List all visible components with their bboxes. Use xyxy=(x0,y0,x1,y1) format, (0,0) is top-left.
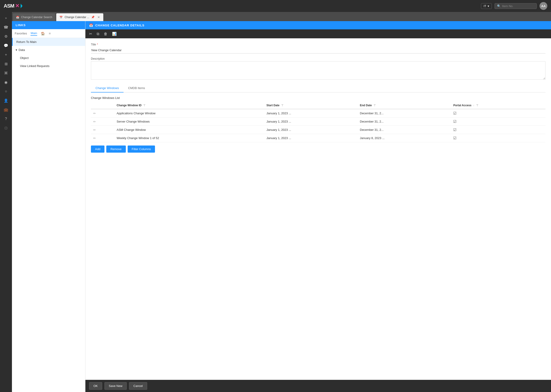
main-layout: LINKS Favorites Main 🏠 ✳ Return To Main … xyxy=(12,21,551,392)
checkbox-checked-icon[interactable]: ☑ xyxy=(453,119,456,124)
sidebar-gear-icon[interactable]: ⚙ xyxy=(2,32,10,40)
col-edit xyxy=(91,102,114,109)
logo-asm: ASM xyxy=(4,3,14,9)
search-icon: 🔍 xyxy=(497,4,501,8)
chevron-down-icon: ▾ xyxy=(488,4,489,8)
sidebar-expand-icon[interactable]: » xyxy=(2,14,10,22)
col-portal-access: Portal Access ↑ ⊤ xyxy=(451,102,545,109)
description-textarea[interactable] xyxy=(91,61,545,80)
toolbar-delete-icon[interactable]: 🗑 xyxy=(103,31,108,37)
sidebar-search-icon[interactable]: ○ xyxy=(2,87,10,96)
section-tab-change-windows[interactable]: Change Windows xyxy=(91,84,124,92)
links-nav-view-linked-requests[interactable]: View Linked Requests xyxy=(12,62,85,70)
sidebar-briefcase-icon[interactable]: 💼 xyxy=(2,105,10,114)
top-navigation: ASM ✕ IT ▾ 🔍 AA xyxy=(0,0,551,12)
tab-icon: 📅 xyxy=(16,16,19,19)
col-end-date: End Date ⊤ xyxy=(358,102,451,109)
logo-arrow-icon xyxy=(21,4,22,8)
section-tab-cmdb-items[interactable]: CMDB Items xyxy=(124,84,150,92)
links-nav-return-to-main[interactable]: Return To Main xyxy=(12,38,85,46)
filter-columns-button[interactable]: Filter Columns xyxy=(128,146,155,153)
tab-change-calendar-detail[interactable]: 📅 Change Calendar ... 📌 ✕ xyxy=(56,13,103,21)
sidebar-help-icon[interactable]: ? xyxy=(2,115,10,123)
sort-icon[interactable]: ↑ xyxy=(473,104,474,107)
links-tabs: Favorites Main 🏠 ✳ xyxy=(12,29,85,38)
title-input[interactable] xyxy=(91,47,545,54)
left-sidebar: » ☎ ⚙ 💬 ＋ ⊞ ⌘ ◉ ○ 👤 💼 ? □ xyxy=(0,12,12,392)
edit-icon[interactable]: ✏ xyxy=(93,112,96,115)
cell-portal-access: ☑ xyxy=(451,118,545,126)
links-tab-favorites[interactable]: Favorites xyxy=(15,31,27,35)
description-field: Description xyxy=(91,57,545,80)
edit-icon[interactable]: ✏ xyxy=(93,128,96,132)
cell-portal-access: ☑ xyxy=(451,134,545,142)
col-change-window-id: Change Window ID ⊤ xyxy=(114,102,264,109)
filter-icon[interactable]: ⊤ xyxy=(281,104,283,107)
filter-icon[interactable]: ⊤ xyxy=(374,104,376,107)
links-header: LINKS xyxy=(12,21,85,29)
sidebar-chat-icon[interactable]: 💬 xyxy=(2,41,10,49)
sidebar-tag-icon[interactable]: ⌘ xyxy=(2,69,10,77)
sidebar-grid-icon[interactable]: ⊞ xyxy=(2,60,10,68)
col-start-date: Start Date ⊤ xyxy=(264,102,358,109)
links-tab-main[interactable]: Main xyxy=(30,31,37,36)
tabs-bar: 📅 Change Calendar Search 📅 Change Calend… xyxy=(12,12,551,21)
table-section: Change Windows List Change Window ID ⊤ S… xyxy=(91,96,545,153)
filter-icon[interactable]: ⊤ xyxy=(143,104,146,107)
it-dropdown[interactable]: IT ▾ xyxy=(481,3,492,9)
links-asterisk-icon[interactable]: ✳ xyxy=(49,32,51,35)
remove-button[interactable]: Remove xyxy=(106,146,126,153)
close-icon[interactable]: ✕ xyxy=(97,15,100,19)
pin-icon[interactable]: 📌 xyxy=(91,16,95,19)
filter-icon[interactable]: ⊤ xyxy=(476,104,479,107)
toolbar-copy-icon[interactable]: ⧉ xyxy=(96,31,100,37)
logo-x-icon: ✕ xyxy=(15,3,19,9)
global-search-box[interactable]: 🔍 xyxy=(494,3,537,9)
links-nav-object[interactable]: Object xyxy=(12,54,85,62)
save-new-button[interactable]: Save New xyxy=(105,382,127,390)
edit-icon[interactable]: ✏ xyxy=(93,136,96,140)
description-label: Description xyxy=(91,57,545,60)
checkbox-checked-icon[interactable]: ☑ xyxy=(453,136,456,140)
checkbox-checked-icon[interactable]: ☑ xyxy=(453,111,456,115)
sidebar-eye-icon[interactable]: ◉ xyxy=(2,78,10,86)
table-row: ✏ Applications Change Window January 1, … xyxy=(91,109,545,118)
tab-change-calendar-search[interactable]: 📅 Change Calendar Search xyxy=(13,13,55,21)
app-logo[interactable]: ASM ✕ xyxy=(4,3,22,9)
cancel-button[interactable]: Cancel xyxy=(129,382,147,390)
toolbar-chart-icon[interactable]: 📊 xyxy=(111,31,118,37)
detail-header: 📅 CHANGE CALENDAR DETAILS xyxy=(85,21,551,29)
form-area: Title * Description Change Windows CMDB … xyxy=(85,38,551,380)
links-nav: Return To Main ▾ Data Object View Linked… xyxy=(12,38,85,70)
sidebar-plus-icon[interactable]: ＋ xyxy=(2,50,10,59)
add-button[interactable]: Add xyxy=(91,146,105,153)
edit-icon[interactable]: ✏ xyxy=(93,120,96,124)
ok-button[interactable]: OK xyxy=(89,382,102,390)
links-nav-data-section[interactable]: ▾ Data xyxy=(12,46,85,54)
toolbar-scissors-icon[interactable]: ✂ xyxy=(88,31,93,37)
tab-icon: 📅 xyxy=(59,16,63,19)
chevron-down-icon: ▾ xyxy=(16,48,17,52)
title-field: Title * xyxy=(91,43,545,54)
cell-start-date: January 1, 2023 ... xyxy=(264,109,358,118)
avatar[interactable]: AA xyxy=(539,2,547,10)
table-row: ✏ ASM Change Window January 1, 2023 ... … xyxy=(91,126,545,134)
main-content: 📅 CHANGE CALENDAR DETAILS ✂ ⧉ 🗑 📊 Title … xyxy=(85,21,551,392)
title-label: Title * xyxy=(91,43,545,46)
search-input[interactable] xyxy=(502,4,534,8)
links-home-icon[interactable]: 🏠 xyxy=(41,32,45,35)
cell-change-window-id: Server Change Windows xyxy=(114,118,264,126)
cell-portal-access: ☑ xyxy=(451,126,545,134)
section-tabs: Change Windows CMDB Items xyxy=(91,84,545,92)
sidebar-phone-icon[interactable]: ☎ xyxy=(2,23,10,31)
sidebar-file-icon[interactable]: □ xyxy=(2,124,10,132)
detail-header-title: CHANGE CALENDAR DETAILS xyxy=(95,24,144,27)
calendar-icon: 📅 xyxy=(89,23,93,27)
cell-start-date: January 1, 2023 ... xyxy=(264,126,358,134)
sidebar-person-icon[interactable]: 👤 xyxy=(2,96,10,105)
detail-toolbar: ✂ ⧉ 🗑 📊 xyxy=(85,29,551,38)
cell-start-date: January 1, 2023 ... xyxy=(264,134,358,142)
cell-change-window-id: Applications Change Window xyxy=(114,109,264,118)
checkbox-checked-icon[interactable]: ☑ xyxy=(453,128,456,132)
it-label: IT xyxy=(483,4,486,8)
